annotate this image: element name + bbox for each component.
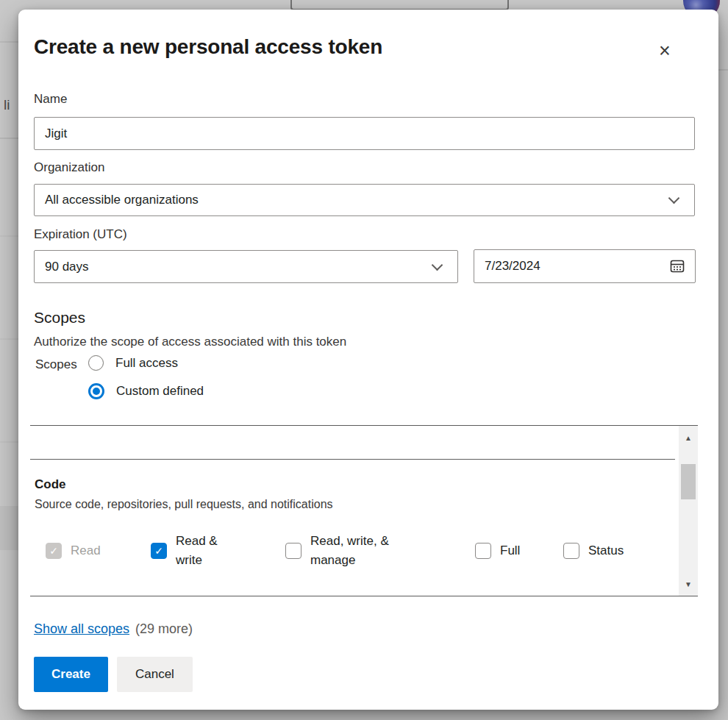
scope-section-divider — [30, 459, 675, 460]
radio-unselected-icon[interactable] — [88, 355, 104, 371]
permission-read-write-manage[interactable]: Read, write, & manage — [285, 530, 397, 571]
permission-full[interactable]: Full — [475, 530, 520, 571]
background-divider — [0, 235, 18, 237]
checkbox-checked-icon[interactable]: ✓ — [151, 543, 167, 559]
show-all-scopes-row: Show all scopes (29 more) — [34, 621, 193, 637]
organization-label: Organization — [34, 160, 104, 175]
permission-read-label: Read — [71, 541, 101, 560]
radio-custom-defined[interactable]: Custom defined — [88, 383, 204, 399]
scopes-group-label: Scopes — [35, 357, 77, 372]
permission-read-write-manage-label: Read, write, & manage — [310, 532, 397, 571]
cancel-button[interactable]: Cancel — [117, 657, 193, 692]
checkbox-unchecked-icon[interactable] — [563, 543, 579, 559]
permission-read[interactable]: ✓ Read — [46, 530, 101, 571]
create-pat-dialog: Create a new personal access token × Nam… — [18, 10, 718, 710]
radio-selected-icon[interactable] — [88, 383, 104, 399]
scope-section-description: Source code, repositories, pull requests… — [35, 498, 333, 511]
name-input[interactable]: Jigit — [34, 117, 695, 150]
create-button[interactable]: Create — [34, 657, 108, 692]
radio-custom-defined-label: Custom defined — [116, 384, 204, 399]
background-clipped-text: li — [4, 97, 10, 113]
organization-select-value: All accessible organizations — [35, 193, 670, 207]
name-input-value: Jigit — [35, 126, 694, 141]
checkbox-unchecked-icon[interactable] — [475, 543, 491, 559]
background-divider — [0, 41, 18, 43]
checkbox-checked-disabled-icon: ✓ — [46, 543, 62, 559]
background-divider — [0, 338, 18, 340]
permission-status-label: Status — [588, 541, 624, 560]
expiration-date-input[interactable]: 7/23/2024 — [474, 249, 696, 283]
radio-full-access[interactable]: Full access — [88, 355, 178, 371]
name-label: Name — [34, 92, 67, 107]
dialog-footer: Create Cancel — [34, 657, 193, 692]
expiration-duration-select[interactable]: 90 days — [34, 250, 458, 283]
checkbox-unchecked-icon[interactable] — [285, 543, 301, 559]
chevron-down-icon — [432, 259, 443, 271]
pane-scrollbar[interactable]: ▲ ▼ — [679, 426, 698, 596]
calendar-icon[interactable] — [670, 259, 685, 274]
expiration-duration-value: 90 days — [35, 260, 433, 274]
scroll-down-icon[interactable]: ▼ — [679, 581, 698, 588]
chevron-down-icon — [668, 193, 680, 204]
scopes-description: Authorize the scope of access associated… — [34, 335, 346, 349]
background-strip — [0, 506, 18, 550]
scope-section-title: Code — [35, 477, 66, 492]
radio-full-access-label: Full access — [115, 356, 178, 371]
dialog-title: Create a new personal access token — [34, 35, 382, 59]
permission-full-label: Full — [500, 541, 520, 560]
scroll-up-icon[interactable]: ▲ — [679, 435, 698, 442]
scrollbar-thumb[interactable] — [681, 464, 696, 499]
background-divider — [0, 441, 18, 443]
scopes-heading: Scopes — [34, 309, 85, 327]
permission-status[interactable]: Status — [563, 530, 624, 571]
expiration-date-value: 7/23/2024 — [474, 259, 670, 274]
scopes-scroll-pane[interactable]: Code Source code, repositories, pull req… — [30, 425, 698, 596]
show-all-scopes-link[interactable]: Show all scopes — [34, 621, 129, 637]
more-scopes-count: (29 more) — [135, 621, 193, 637]
expiration-label: Expiration (UTC) — [34, 227, 127, 242]
permission-read-write-label: Read & write — [176, 532, 227, 571]
close-icon[interactable]: × — [652, 38, 677, 63]
organization-select[interactable]: All accessible organizations — [34, 184, 695, 216]
background-divider — [718, 69, 728, 71]
background-search-box — [290, 0, 509, 10]
background-divider — [0, 138, 18, 139]
permission-read-write[interactable]: ✓ Read & write — [151, 530, 227, 571]
